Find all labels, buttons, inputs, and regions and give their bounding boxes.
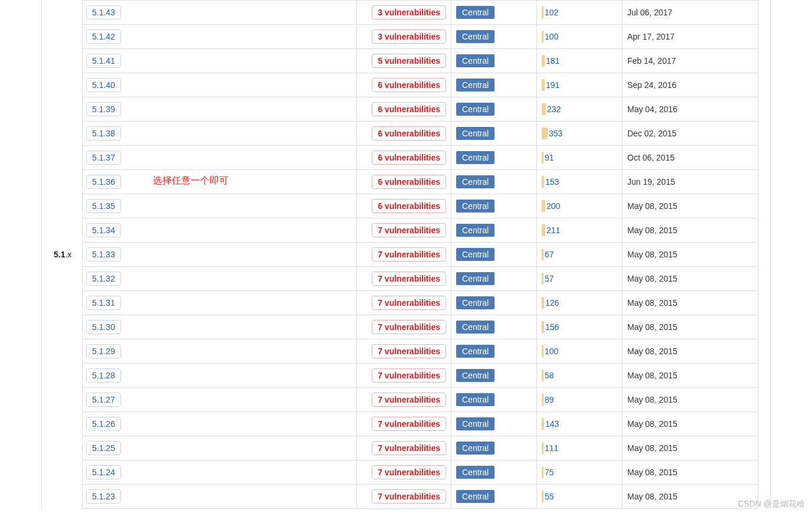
vulnerability-badge[interactable]: 6 vulnerabilities <box>372 102 446 116</box>
repo-badge[interactable]: Central <box>456 224 495 237</box>
version-link[interactable]: 5.1.29 <box>86 344 121 358</box>
vulnerability-badge[interactable]: 7 vulnerabilities <box>372 296 446 310</box>
vulnerability-badge[interactable]: 7 vulnerabilities <box>372 465 446 479</box>
usage-count[interactable]: 91 <box>545 153 554 162</box>
version-link[interactable]: 5.1.42 <box>86 30 121 44</box>
vulnerability-badge[interactable]: 7 vulnerabilities <box>372 223 446 237</box>
usage-count[interactable]: 353 <box>549 129 562 138</box>
version-link[interactable]: 5.1.36 <box>86 175 121 189</box>
usage-count[interactable]: 100 <box>545 347 558 356</box>
usage-count[interactable]: 57 <box>545 274 554 283</box>
vulnerability-badge[interactable]: 7 vulnerabilities <box>372 417 446 431</box>
repo-badge[interactable]: Central <box>456 393 495 406</box>
vulnerability-badge[interactable]: 3 vulnerabilities <box>372 5 446 19</box>
vulnerability-badge[interactable]: 6 vulnerabilities <box>372 78 446 92</box>
version-link[interactable]: 5.1.39 <box>86 102 121 116</box>
usage-count[interactable]: 143 <box>545 419 559 429</box>
repo-badge[interactable]: Central <box>456 54 495 67</box>
usage-bar <box>542 103 546 115</box>
version-link[interactable]: 5.1.35 <box>86 199 121 213</box>
usage-count[interactable]: 67 <box>545 250 554 259</box>
usage-count[interactable]: 156 <box>545 322 559 332</box>
usage-bar <box>542 418 544 430</box>
version-link[interactable]: 5.1.38 <box>86 126 121 140</box>
version-link[interactable]: 5.1.26 <box>86 417 121 431</box>
usage-count[interactable]: 181 <box>546 56 559 66</box>
version-link[interactable]: 5.1.25 <box>86 441 121 455</box>
vulnerability-badge[interactable]: 3 vulnerabilities <box>372 30 446 44</box>
version-link[interactable]: 5.1.32 <box>86 272 121 286</box>
repo-badge[interactable]: Central <box>456 272 495 285</box>
version-link[interactable]: 5.1.40 <box>86 78 121 92</box>
usage-count[interactable]: 89 <box>545 395 554 404</box>
vulnerability-badge[interactable]: 7 vulnerabilities <box>372 247 446 262</box>
repo-badge[interactable]: Central <box>456 417 495 430</box>
usage-count[interactable]: 232 <box>547 104 561 114</box>
release-date: May 08, 2015 <box>623 315 758 339</box>
table-row: 5.1.237 vulnerabilitiesCentral55May 08, … <box>83 485 758 509</box>
usage-bar <box>542 491 543 502</box>
vulnerability-badge[interactable]: 5 vulnerabilities <box>372 54 446 68</box>
usage-count[interactable]: 111 <box>545 443 558 453</box>
vulnerability-badge[interactable]: 7 vulnerabilities <box>372 489 446 504</box>
vulnerability-badge[interactable]: 7 vulnerabilities <box>372 272 446 286</box>
usage-bar <box>542 6 543 18</box>
repo-badge[interactable]: Central <box>456 296 495 309</box>
version-link[interactable]: 5.1.31 <box>86 296 121 310</box>
version-link[interactable]: 5.1.43 <box>86 5 121 19</box>
table-row: 5.1.356 vulnerabilitiesCentral200May 08,… <box>83 194 758 218</box>
repo-badge[interactable]: Central <box>456 466 495 479</box>
version-link[interactable]: 5.1.23 <box>86 489 121 504</box>
repo-badge[interactable]: Central <box>456 79 495 92</box>
repo-badge[interactable]: Central <box>456 103 495 116</box>
table-row: 5.1.317 vulnerabilitiesCentral126May 08,… <box>83 291 758 315</box>
repo-badge[interactable]: Central <box>456 175 495 188</box>
version-link[interactable]: 5.1.33 <box>86 247 121 262</box>
vulnerability-badge[interactable]: 6 vulnerabilities <box>372 199 446 213</box>
repo-badge[interactable]: Central <box>456 248 495 261</box>
vulnerability-badge[interactable]: 6 vulnerabilities <box>372 126 446 140</box>
version-link[interactable]: 5.1.24 <box>86 465 121 479</box>
version-link[interactable]: 5.1.27 <box>86 393 121 407</box>
repo-badge[interactable]: Central <box>456 6 495 19</box>
usage-count[interactable]: 55 <box>545 492 554 501</box>
repo-badge[interactable]: Central <box>456 151 495 164</box>
vulnerability-badge[interactable]: 7 vulnerabilities <box>372 320 446 334</box>
branch-label-rest: .x <box>65 250 71 259</box>
branch-label: 5.1.x <box>54 250 82 259</box>
usage-count[interactable]: 126 <box>545 298 559 308</box>
repo-badge[interactable]: Central <box>456 442 495 455</box>
release-date: May 08, 2015 <box>623 339 758 364</box>
repo-badge[interactable]: Central <box>456 30 495 43</box>
release-date: May 08, 2015 <box>623 460 758 485</box>
vulnerability-badge[interactable]: 6 vulnerabilities <box>372 151 446 165</box>
repo-badge[interactable]: Central <box>456 200 495 213</box>
version-link[interactable]: 5.1.34 <box>86 223 121 237</box>
usage-count[interactable]: 153 <box>545 177 559 187</box>
usage-bar <box>542 55 545 67</box>
vulnerability-badge[interactable]: 6 vulnerabilities <box>372 175 446 189</box>
usage-bar <box>542 394 543 406</box>
repo-badge[interactable]: Central <box>456 345 495 358</box>
version-link[interactable]: 5.1.37 <box>86 151 121 165</box>
usage-count[interactable]: 75 <box>545 468 554 477</box>
repo-badge[interactable]: Central <box>456 490 495 503</box>
vulnerability-badge[interactable]: 7 vulnerabilities <box>372 368 446 383</box>
version-link[interactable]: 5.1.41 <box>86 54 121 68</box>
repo-badge[interactable]: Central <box>456 321 495 334</box>
table-row: 5.1.327 vulnerabilitiesCentral57May 08, … <box>83 267 758 291</box>
usage-count[interactable]: 100 <box>545 32 558 41</box>
usage-count[interactable]: 102 <box>545 8 558 17</box>
table-row: 5.1.415 vulnerabilitiesCentral181Feb 14,… <box>83 49 758 73</box>
usage-count[interactable]: 211 <box>546 226 560 235</box>
repo-badge[interactable]: Central <box>456 369 495 382</box>
usage-count[interactable]: 191 <box>546 80 559 90</box>
vulnerability-badge[interactable]: 7 vulnerabilities <box>372 344 446 358</box>
repo-badge[interactable]: Central <box>456 127 495 140</box>
vulnerability-badge[interactable]: 7 vulnerabilities <box>372 393 446 407</box>
usage-count[interactable]: 58 <box>545 371 554 380</box>
version-link[interactable]: 5.1.28 <box>86 368 121 383</box>
vulnerability-badge[interactable]: 7 vulnerabilities <box>372 441 446 455</box>
version-link[interactable]: 5.1.30 <box>86 320 121 334</box>
usage-count[interactable]: 200 <box>546 201 560 211</box>
